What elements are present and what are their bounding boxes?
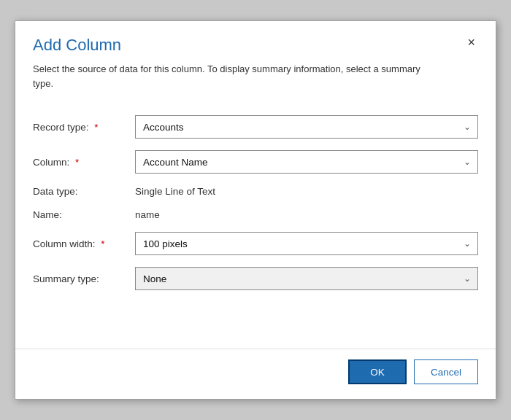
add-column-dialog: Add Column Select the source of data for… (15, 20, 496, 400)
data-type-control: Single Line of Text (135, 185, 478, 197)
record-type-row: Record type: * Accounts Contacts Leads O… (33, 115, 478, 139)
close-button[interactable]: × (464, 36, 478, 49)
column-width-select-wrapper: 50 pixels 75 pixels 100 pixels 150 pixel… (135, 232, 478, 255)
column-required: * (75, 157, 79, 168)
record-type-select[interactable]: Accounts Contacts Leads Opportunities (135, 115, 478, 139)
column-label: Column: * (33, 157, 135, 168)
dialog-title-section: Add Column Select the source of data for… (33, 36, 453, 90)
column-control: Account Name Account Number Account Type… (135, 150, 478, 174)
summary-type-select[interactable]: None Average Count Maximum Minimum Sum (135, 267, 478, 290)
column-width-required: * (101, 238, 104, 249)
column-width-label: Column width: * (33, 238, 135, 249)
name-row: Name: name (33, 209, 478, 220)
record-type-select-wrapper: Accounts Contacts Leads Opportunities ⌄ (135, 115, 478, 139)
summary-type-control: None Average Count Maximum Minimum Sum ⌄ (135, 267, 478, 290)
summary-type-label: Summary type: (33, 273, 135, 284)
summary-type-row: Summary type: None Average Count Maximum… (33, 267, 478, 290)
data-type-row: Data type: Single Line of Text (33, 185, 478, 197)
cancel-button[interactable]: Cancel (414, 359, 478, 384)
dialog-title: Add Column (33, 36, 453, 55)
record-type-label: Record type: * (33, 122, 135, 133)
record-type-control: Accounts Contacts Leads Opportunities ⌄ (135, 115, 478, 139)
dialog-footer: OK Cancel (15, 349, 496, 399)
column-width-select[interactable]: 50 pixels 75 pixels 100 pixels 150 pixel… (135, 232, 478, 255)
column-row: Column: * Account Name Account Number Ac… (33, 150, 478, 174)
dialog-body: Record type: * Accounts Contacts Leads O… (15, 98, 496, 349)
record-type-required: * (94, 122, 98, 133)
name-value: name (135, 209, 160, 220)
column-width-row: Column width: * 50 pixels 75 pixels 100 … (33, 232, 478, 255)
column-select-wrapper: Account Name Account Number Account Type… (135, 150, 478, 174)
ok-button[interactable]: OK (348, 359, 407, 384)
name-label: Name: (33, 209, 135, 220)
data-type-value: Single Line of Text (135, 186, 215, 197)
dialog-header: Add Column Select the source of data for… (15, 21, 496, 98)
data-type-label: Data type: (33, 186, 135, 197)
name-control: name (135, 209, 478, 220)
summary-type-select-wrapper: None Average Count Maximum Minimum Sum ⌄ (135, 267, 478, 290)
column-width-control: 50 pixels 75 pixels 100 pixels 150 pixel… (135, 232, 478, 255)
dialog-description: Select the source of data for this colum… (33, 62, 442, 90)
column-select[interactable]: Account Name Account Number Account Type… (135, 150, 478, 174)
